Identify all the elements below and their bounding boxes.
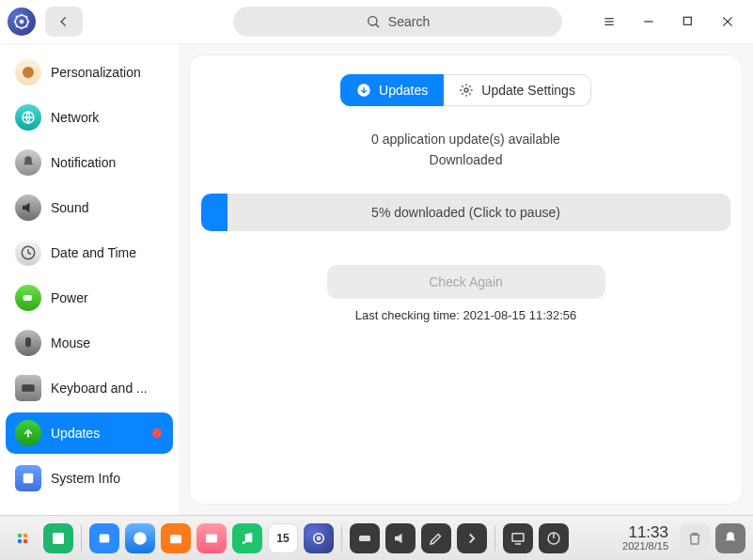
menu-button[interactable]: [601, 13, 618, 30]
svg-point-36: [133, 532, 147, 545]
speaker-icon: [15, 194, 41, 221]
sidebar-item-label: Power: [51, 290, 88, 305]
tab-update-settings[interactable]: Update Settings: [444, 74, 591, 106]
tray-edit-icon[interactable]: [421, 523, 451, 553]
svg-point-42: [318, 537, 321, 539]
tray-power-icon[interactable]: [539, 523, 569, 553]
sidebar-item-sound[interactable]: Sound: [6, 187, 173, 228]
tray-notification-icon[interactable]: [715, 523, 745, 553]
keyboard-icon: [15, 375, 41, 401]
sidebar-item-mouse[interactable]: Mouse: [6, 322, 173, 364]
sidebar-item-label: Keyboard and ...: [51, 381, 148, 396]
svg-point-41: [314, 533, 324, 543]
check-again-button[interactable]: Check Again: [327, 265, 605, 299]
update-icon: [15, 420, 41, 446]
svg-rect-16: [683, 17, 691, 24]
svg-rect-26: [24, 474, 34, 484]
svg-rect-35: [100, 534, 110, 542]
network-icon: [15, 104, 41, 131]
store-icon[interactable]: [161, 523, 191, 553]
progress-label: 5% downloaded (Click to pause): [371, 205, 560, 220]
battery-icon: [15, 285, 41, 311]
sidebar-item-systeminfo[interactable]: System Info: [6, 458, 173, 499]
sidebar-item-label: System Info: [51, 471, 120, 486]
sidebar-item-keyboard[interactable]: Keyboard and ...: [6, 367, 173, 409]
tab-updates[interactable]: Updates: [340, 74, 444, 106]
multitask-icon[interactable]: [43, 523, 73, 553]
download-progress[interactable]: 5% downloaded (Click to pause): [201, 194, 730, 231]
sidebar-item-notification[interactable]: Notification: [6, 142, 173, 183]
svg-rect-23: [25, 337, 31, 348]
bell-icon: [15, 149, 41, 176]
taskbar: 15 11:33 2021/8/15: [0, 515, 753, 560]
mouse-icon: [15, 330, 41, 356]
launcher-icon[interactable]: [8, 523, 38, 553]
download-icon: [356, 83, 371, 98]
sidebar-item-personalization[interactable]: Personalization: [6, 52, 173, 93]
svg-point-31: [24, 533, 28, 537]
settings-taskbar-icon[interactable]: [304, 523, 334, 553]
svg-point-10: [368, 17, 376, 25]
sidebar-item-label: Mouse: [51, 335, 90, 350]
svg-point-40: [249, 539, 252, 542]
sidebar-item-label: Sound: [51, 200, 88, 215]
gallery-icon[interactable]: [196, 523, 227, 553]
progress-fill: [201, 194, 227, 231]
taskbar-date: 2021/8/15: [622, 541, 668, 552]
tray-keyboard-icon[interactable]: [350, 523, 380, 553]
sidebar-item-datetime[interactable]: Date and Time: [6, 232, 173, 273]
tray-desktop-icon[interactable]: [503, 523, 533, 553]
svg-point-19: [23, 67, 34, 78]
svg-point-32: [18, 538, 23, 543]
svg-line-11: [375, 24, 378, 27]
svg-point-33: [24, 538, 28, 543]
close-button[interactable]: [719, 13, 736, 30]
browser-icon[interactable]: [125, 523, 155, 553]
sidebar: Personalization Network Notification Sou…: [0, 44, 179, 515]
back-button[interactable]: [45, 7, 83, 37]
tab-label: Updates: [379, 83, 428, 98]
sidebar-item-label: Network: [51, 110, 99, 125]
svg-rect-44: [512, 533, 524, 540]
tray-trash-icon[interactable]: [680, 523, 710, 553]
sidebar-item-power[interactable]: Power: [6, 277, 173, 319]
taskbar-clock[interactable]: 11:33 2021/8/15: [622, 524, 674, 552]
clock-icon: [15, 240, 41, 266]
update-badge-icon: [152, 428, 162, 438]
search-input[interactable]: Search: [233, 7, 562, 37]
svg-rect-24: [22, 384, 35, 392]
tray-volume-icon[interactable]: [385, 523, 416, 553]
minimize-button[interactable]: [640, 13, 657, 30]
music-icon[interactable]: [232, 523, 262, 553]
sidebar-item-label: Personalization: [51, 65, 141, 80]
palette-icon: [15, 59, 41, 86]
svg-rect-37: [170, 535, 181, 543]
svg-point-1: [20, 20, 24, 24]
search-placeholder: Search: [388, 14, 430, 29]
svg-point-39: [243, 541, 245, 544]
search-icon: [366, 14, 381, 29]
info-icon: [15, 465, 41, 491]
sidebar-item-label: Updates: [51, 426, 100, 441]
sidebar-item-network[interactable]: Network: [6, 97, 173, 138]
files-icon[interactable]: [89, 523, 119, 553]
maximize-button[interactable]: [680, 13, 697, 30]
svg-rect-38: [206, 534, 217, 542]
calendar-icon[interactable]: 15: [268, 523, 298, 553]
sidebar-item-updates[interactable]: Updates: [6, 412, 173, 454]
svg-point-29: [464, 88, 468, 92]
taskbar-time: 11:33: [622, 524, 668, 541]
tab-group: Updates Update Settings: [197, 74, 734, 106]
sidebar-item-label: Date and Time: [51, 245, 136, 260]
tray-expand-icon[interactable]: [457, 523, 487, 553]
content-panel: Updates Update Settings 0 application up…: [190, 55, 742, 504]
status-line-2: Downloaded: [197, 149, 734, 170]
gear-icon: [459, 83, 474, 98]
tab-label: Update Settings: [481, 83, 575, 98]
sidebar-item-label: Notification: [51, 155, 116, 170]
svg-point-30: [18, 533, 23, 537]
svg-rect-34: [53, 533, 64, 544]
svg-rect-43: [359, 536, 370, 541]
svg-rect-22: [24, 295, 32, 301]
status-line-1: 0 application update(s) available: [197, 129, 734, 149]
